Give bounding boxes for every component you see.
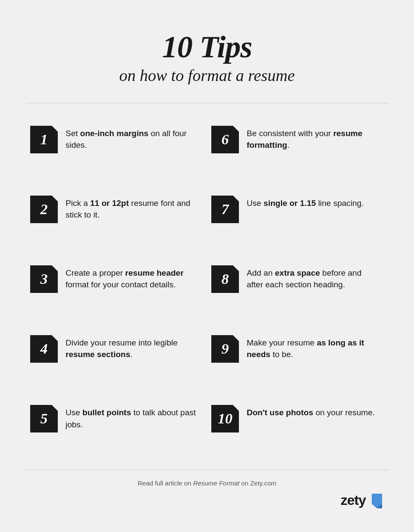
tips-grid: 1Set one-inch margins on all four sides.…	[26, 116, 388, 465]
tip-item: 10Don't use photos on your resume.	[207, 395, 388, 465]
tip-number: 6	[222, 132, 229, 147]
page-subtitle: on how to format a resume	[26, 66, 388, 86]
tip-number: 1	[41, 132, 48, 147]
tip-text: Add an extra space before and after each…	[247, 265, 380, 291]
zety-logo-text: zety	[341, 492, 366, 508]
zety-logo-icon	[367, 492, 384, 508]
tip-number-badge: 2	[30, 196, 58, 223]
tip-number-badge: 8	[211, 265, 239, 293]
tip-number: 2	[41, 202, 48, 217]
corner-fold-decoration	[233, 126, 239, 132]
footer: Read full article on Resume Format on Ze…	[26, 470, 388, 515]
corner-fold-decoration	[233, 196, 239, 202]
tip-item: 1Set one-inch margins on all four sides.	[26, 116, 207, 186]
tip-item: 2Pick a 11 or 12pt resume font and stick…	[26, 186, 207, 256]
tip-item: 4Divide your resume into legible resume …	[26, 326, 207, 395]
corner-fold-decoration	[52, 265, 58, 271]
page: 10 Tips on how to format a resume 1Set o…	[0, 0, 414, 532]
tip-number-badge: 9	[211, 335, 239, 363]
tip-number: 5	[41, 411, 48, 426]
tip-number-badge: 1	[30, 126, 58, 153]
tip-item: 6Be consistent with your resume formatti…	[207, 116, 388, 186]
zety-logo: zety	[341, 492, 384, 508]
corner-fold-decoration	[52, 405, 58, 411]
tip-item: 5Use bullet points to talk about past jo…	[26, 395, 207, 465]
tip-number: 8	[222, 272, 229, 286]
tip-number: 9	[222, 342, 229, 356]
tip-text: Don't use photos on your resume.	[247, 405, 375, 419]
footer-text: Read full article on Resume Format on Ze…	[138, 479, 276, 487]
tip-item: 3Create a proper resume header format fo…	[26, 256, 207, 326]
corner-fold-decoration	[52, 126, 58, 132]
corner-fold-decoration	[233, 265, 239, 271]
tip-number: 3	[41, 272, 48, 286]
corner-fold-decoration	[233, 405, 239, 411]
tip-text: Use single or 1.15 line spacing.	[247, 196, 364, 209]
tip-text: Create a proper resume header format for…	[66, 265, 198, 291]
corner-fold-decoration	[52, 196, 58, 202]
tip-number-badge: 7	[211, 196, 239, 223]
corner-fold-decoration	[233, 335, 239, 341]
corner-fold-decoration	[52, 335, 58, 341]
tip-number-badge: 10	[211, 405, 239, 432]
tip-text: Pick a 11 or 12pt resume font and stick …	[66, 196, 198, 221]
tip-text: Make your resume as long as it needs to …	[247, 335, 380, 361]
tip-number-badge: 6	[211, 126, 239, 153]
tip-number-badge: 4	[30, 335, 58, 363]
tip-number: 10	[218, 411, 232, 426]
tip-number-badge: 5	[30, 405, 58, 432]
tip-item: 8Add an extra space before and after eac…	[207, 256, 388, 326]
tip-number: 7	[222, 202, 229, 217]
tip-item: 7Use single or 1.15 line spacing.	[207, 186, 388, 256]
header: 10 Tips on how to format a resume	[26, 17, 388, 103]
tip-text: Divide your resume into legible resume s…	[66, 335, 198, 361]
tip-text: Set one-inch margins on all four sides.	[66, 126, 198, 151]
tip-number-badge: 3	[30, 265, 58, 293]
tip-text: Use bullet points to talk about past job…	[66, 405, 198, 430]
tip-item: 9Make your resume as long as it needs to…	[207, 326, 388, 395]
tip-number: 4	[41, 342, 48, 356]
page-title: 10 Tips	[26, 30, 388, 64]
tip-text: Be consistent with your resume formattin…	[247, 126, 380, 151]
